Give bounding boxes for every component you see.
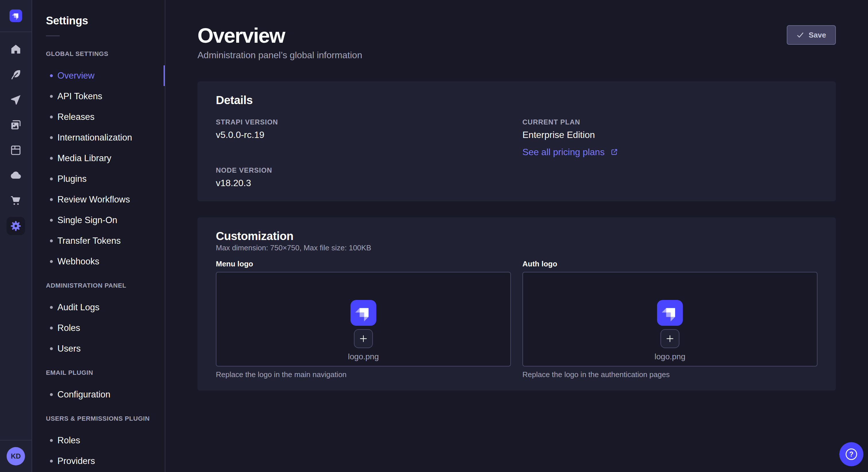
bullet-icon [50, 327, 53, 330]
strapi-admin-settings: KD Settings GLOBAL SETTINGS Overview API… [0, 0, 868, 472]
bullet-icon [50, 74, 53, 77]
auth-logo-upload[interactable]: logo.png [522, 272, 817, 367]
plus-icon [359, 334, 368, 343]
section-label-users-permissions-plugin: USERS & PERMISSIONS PLUGIN [46, 414, 151, 423]
section-label-administration-panel: ADMINISTRATION PANEL [46, 281, 151, 290]
subnav-item-transfer-tokens[interactable]: Transfer Tokens [32, 231, 165, 251]
field-value: Enterprise Edition [522, 128, 817, 142]
node-version-field: NODE VERSION v18.20.3 [216, 166, 511, 190]
subnav-item-webhooks[interactable]: Webhooks [32, 251, 165, 272]
rail-footer: KD [0, 440, 32, 472]
field-value: v18.20.3 [216, 176, 511, 190]
add-logo-button[interactable] [660, 329, 679, 348]
strapi-logo-icon [350, 300, 376, 326]
details-grid: STRAPI VERSION v5.0.0-rc.19 CURRENT PLAN… [216, 117, 817, 190]
subnav-item-media-library[interactable]: Media Library [32, 148, 165, 169]
logo-filename: logo.png [654, 351, 685, 363]
section-label-email-plugin: EMAIL PLUGIN [46, 368, 151, 377]
media-library-icon[interactable] [7, 116, 25, 134]
help-button[interactable]: ? [839, 442, 863, 466]
subnav-item-releases[interactable]: Releases [32, 107, 165, 127]
send-icon[interactable] [7, 91, 25, 109]
bullet-icon [50, 198, 53, 201]
subnav-item-review-workflows[interactable]: Review Workflows [32, 189, 165, 210]
strapi-logo-icon [9, 9, 22, 22]
global-settings-list: Overview API Tokens Releases Internation… [32, 65, 165, 272]
bullet-icon [50, 115, 53, 119]
settings-subnav: Settings GLOBAL SETTINGS Overview API To… [32, 0, 165, 472]
bullet-icon [50, 239, 53, 242]
auth-logo-label: Auth logo [522, 259, 817, 268]
subnav-item-configuration[interactable]: Configuration [32, 384, 165, 405]
bullet-icon [50, 95, 53, 98]
pricing-plans-link[interactable]: See all pricing plans [522, 145, 618, 159]
details-card: Details STRAPI VERSION v5.0.0-rc.19 CURR… [197, 81, 836, 201]
auth-logo-hint: Replace the logo in the authentication p… [522, 370, 817, 379]
feather-icon[interactable] [7, 65, 25, 84]
page-subtitle: Administration panel’s global informatio… [197, 48, 836, 62]
field-label: NODE VERSION [216, 166, 511, 175]
bullet-icon [50, 136, 53, 139]
save-button[interactable]: Save [787, 25, 836, 45]
subnav-title: Settings [32, 0, 165, 29]
section-label-global-settings: GLOBAL SETTINGS [46, 49, 151, 59]
administration-panel-list: Audit Logs Roles Users [32, 297, 165, 359]
user-avatar[interactable]: KD [7, 447, 25, 465]
menu-logo-block: Menu logo lo [216, 259, 511, 379]
bullet-icon [50, 177, 53, 180]
subnav-item-overview[interactable]: Overview [32, 65, 165, 86]
bullet-icon [50, 219, 53, 222]
plus-icon [665, 334, 675, 343]
workspace-logo[interactable] [0, 0, 32, 32]
auth-logo-block: Auth logo lo [522, 259, 817, 379]
users-permissions-list: Roles Providers [32, 430, 165, 471]
strapi-logo-icon [657, 300, 683, 326]
current-plan-field: CURRENT PLAN Enterprise Edition See all … [522, 117, 817, 159]
field-value: v5.0.0-rc.19 [216, 128, 511, 142]
customization-heading: Customization [216, 229, 817, 243]
subnav-item-audit-logs[interactable]: Audit Logs [32, 297, 165, 318]
external-link-icon [610, 148, 618, 156]
rail-nav [0, 32, 32, 235]
customization-card: Customization Max dimension: 750×750, Ma… [197, 217, 836, 391]
bullet-icon [50, 157, 53, 160]
cloud-icon[interactable] [7, 166, 25, 185]
subnav-item-up-roles[interactable]: Roles [32, 430, 165, 451]
cart-icon[interactable] [7, 192, 25, 210]
bullet-icon [50, 439, 53, 442]
subnav-item-providers[interactable]: Providers [32, 451, 165, 471]
field-label: CURRENT PLAN [522, 117, 817, 127]
bullet-icon [50, 306, 53, 309]
menu-logo-label: Menu logo [216, 259, 511, 268]
page-header: Overview Administration panel’s global i… [165, 0, 868, 62]
strapi-version-field: STRAPI VERSION v5.0.0-rc.19 [216, 117, 511, 159]
check-icon [797, 31, 804, 39]
menu-logo-upload[interactable]: logo.png [216, 272, 511, 367]
bullet-icon [50, 260, 53, 263]
subnav-item-single-sign-on[interactable]: Single Sign-On [32, 210, 165, 231]
main-nav-rail: KD [0, 0, 32, 472]
field-label: STRAPI VERSION [216, 117, 511, 127]
question-mark-icon: ? [846, 448, 857, 460]
logos-grid: Menu logo lo [216, 259, 817, 379]
menu-logo-hint: Replace the logo in the main navigation [216, 370, 511, 379]
gear-icon[interactable] [7, 217, 25, 235]
home-icon[interactable] [7, 40, 25, 59]
details-heading: Details [216, 93, 817, 107]
subnav-divider [46, 36, 60, 36]
logo-filename: logo.png [348, 351, 379, 363]
email-plugin-list: Configuration [32, 384, 165, 405]
bullet-icon [50, 347, 53, 350]
customization-subtitle: Max dimension: 750×750, Max file size: 1… [216, 243, 817, 252]
subnav-item-internationalization[interactable]: Internationalization [32, 127, 165, 148]
bullet-icon [50, 393, 53, 396]
bullet-icon [50, 460, 53, 463]
subnav-item-roles[interactable]: Roles [32, 318, 165, 338]
main-content: Overview Administration panel’s global i… [165, 0, 868, 472]
layout-icon[interactable] [7, 141, 25, 160]
subnav-item-users[interactable]: Users [32, 338, 165, 359]
add-logo-button[interactable] [354, 329, 373, 348]
page-title: Overview [197, 23, 836, 48]
subnav-item-plugins[interactable]: Plugins [32, 169, 165, 189]
subnav-item-api-tokens[interactable]: API Tokens [32, 86, 165, 107]
